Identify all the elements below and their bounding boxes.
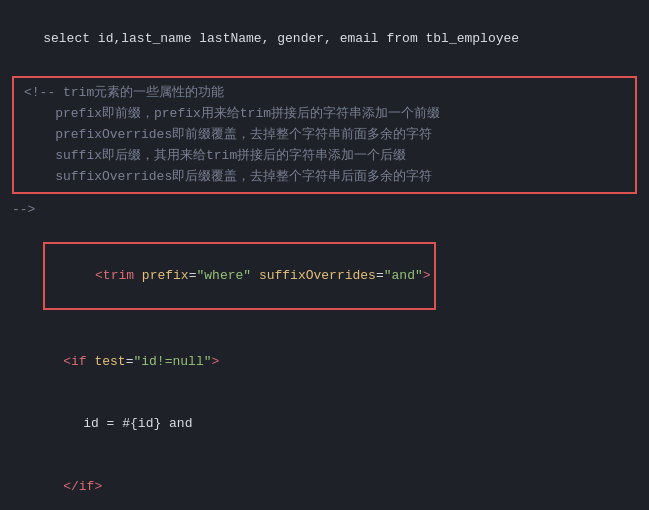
select-line: select id,last_name lastName, gender, em… [12, 8, 637, 70]
comment-line1: prefix即前缀，prefix用来给trim拼接后的字符串添加一个前缀 [24, 104, 625, 125]
if1-body: id = #{id} and [12, 394, 637, 456]
comment-line2: prefixOverrides即前缀覆盖，去掉整个字符串前面多余的字符 [24, 125, 625, 146]
comment-close: --> [12, 200, 637, 221]
comment-line4: suffixOverrides即后缀覆盖，去掉整个字符串后面多余的字符 [24, 167, 625, 188]
comment-line3: suffix即后缀，其用来给trim拼接后的字符串添加一个后缀 [24, 146, 625, 167]
comment-open: <!-- trim元素的一些属性的功能 [24, 83, 625, 104]
code-block: select id,last_name lastName, gender, em… [0, 0, 649, 510]
if1-open: <if test="id!=null"> [12, 331, 637, 393]
trim-open-line: <trim prefix="where" suffixOverrides="an… [12, 221, 637, 331]
comment-block: <!-- trim元素的一些属性的功能 prefix即前缀，prefix用来给t… [12, 76, 637, 194]
select-text: select id,last_name lastName, gender, em… [43, 31, 519, 46]
trim-open-tag: <trim prefix="where" suffixOverrides="an… [43, 242, 435, 310]
if1-close: </if> [12, 456, 637, 510]
